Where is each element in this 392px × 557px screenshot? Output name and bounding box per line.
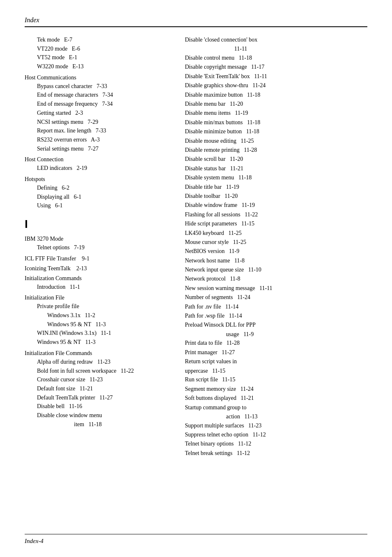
list-item: Disable graphics show-thru 11-24 [185, 81, 367, 90]
list-item-continued: action 11-13 [185, 412, 367, 421]
section-iconizing: Iconizing TeemTalk 2-13 [25, 265, 173, 272]
list-item: Soft buttons displayed 11-21 [185, 394, 367, 403]
list-item: Windows 95 & NT 11-3 [25, 320, 173, 329]
top-section: Tek mode E-7 VT220 mode E-6 VT52 mode E-… [25, 35, 173, 71]
list-item: Disable menu items 11-19 [185, 109, 367, 118]
page-header: Index [25, 16, 367, 27]
list-item: Telnet options 7-19 [25, 243, 173, 252]
section-title: Iconizing TeemTalk 2-13 [25, 265, 173, 272]
section-title: Host Communications [25, 74, 173, 81]
list-item: Disable 'Exit TeemTalk' box 11-11 [185, 72, 367, 81]
list-item-continued: uppercase 11-15 [185, 367, 367, 376]
list-item: Run script file 11-15 [185, 375, 367, 384]
section-host-connection: Host Connection LED indicators 2-19 [25, 156, 173, 173]
list-item: Disable menu bar 11-20 [185, 100, 367, 109]
list-item-continued: usage 11-9 [185, 330, 367, 339]
left-column: Tek mode E-7 VT220 mode E-6 VT52 mode E-… [25, 35, 173, 458]
list-item: Disable 'closed connection' box [185, 35, 367, 44]
list-item: Preload Winsock DLL for PPP [185, 320, 367, 330]
list-item: End of message characters 7-34 [25, 91, 173, 100]
letter-i-heading: I [25, 218, 173, 231]
section-title: Initialization Commands [25, 275, 173, 282]
section-ibm-3270: IBM 3270 Mode Telnet options 7-19 [25, 236, 173, 252]
list-item: Segment memory size 11-24 [185, 385, 367, 394]
list-item: Serial settings menu 7-27 [25, 144, 173, 153]
section-host-communications: Host Communications Bypass cancel charac… [25, 74, 173, 153]
list-item: Default font size 11-21 [25, 384, 173, 393]
header-title: Index [25, 16, 39, 23]
list-item: Introduction 11-1 [25, 283, 173, 292]
list-item: Disable copyright message 11-17 [185, 63, 367, 72]
section-title: Host Connection [25, 156, 173, 163]
list-item: VT220 mode E-6 [25, 44, 173, 53]
list-item: Disable minimize button 11-18 [185, 127, 367, 136]
list-item: Disable system menu 11-18 [185, 173, 367, 182]
list-item: Getting started 2-3 [25, 109, 173, 118]
list-item: Flashing for all sessions 11-22 [185, 210, 367, 219]
section-init-file-commands: Initialization File Commands Alpha off d… [25, 350, 173, 429]
footer-page-number: Index-4 [25, 538, 44, 544]
list-item: Disable bell 11-16 [25, 402, 173, 411]
list-item: Disable control menu 11-18 [185, 53, 367, 63]
list-item: Network host name 11-8 [185, 256, 367, 265]
list-item: NetBIOS version 11-9 [185, 247, 367, 256]
list-item: LED indicators 2-19 [25, 164, 173, 173]
list-item: NCSI settings menu 7-29 [25, 118, 173, 127]
list-item: Mouse cursor style 11-25 [185, 238, 367, 247]
list-item: RS232 overrun errors A-3 [25, 135, 173, 144]
section-icl-ftf: ICL FTF File Transfer 9-1 [25, 255, 173, 262]
list-item: Tek mode E-7 [25, 35, 173, 44]
list-item: WIN.INI (Windows 3.1x) 11-1 [25, 329, 173, 338]
list-item: Defining 6-2 [25, 183, 173, 193]
list-item: Number of segments 11-24 [185, 293, 367, 302]
list-item: Crosshair cursor size 11-23 [25, 375, 173, 384]
list-item: Using 6-1 [25, 201, 173, 210]
right-column: Disable 'closed connection' box 11-11 Di… [185, 35, 367, 458]
content-area: Tek mode E-7 VT220 mode E-6 VT52 mode E-… [25, 35, 367, 458]
section-title: Initialization File [25, 295, 173, 301]
list-item: New session warning message 11-11 [185, 284, 367, 293]
list-item: Hide script parameters 11-15 [185, 219, 367, 228]
list-item: Disable maximize button 11-18 [185, 91, 367, 100]
section-hotspots: Hotspots Defining 6-2 Displaying all 6-1… [25, 176, 173, 210]
list-item: Network protocol 11-8 [185, 274, 367, 283]
section-init-file: Initialization File Private profile file… [25, 295, 173, 346]
section-title: Hotspots [25, 176, 173, 183]
list-item: Displaying all 6-1 [25, 193, 173, 202]
list-item: Disable mouse editing 11-25 [185, 137, 367, 146]
list-item: Print manager 11-27 [185, 348, 367, 357]
list-item: End of message frequency 7-34 [25, 100, 173, 109]
list-item: W3220 mode E-13 [25, 62, 173, 71]
list-item-continued: item 11-18 [25, 420, 173, 429]
list-item: Telnet break settings 11-12 [185, 449, 367, 458]
section-title: Initialization File Commands [25, 350, 173, 357]
list-item: Print data to file 11-28 [185, 339, 367, 348]
list-item: Report max. line length 7-33 [25, 126, 173, 135]
list-item: Windows 95 & NT 11-3 [25, 338, 173, 347]
list-item: Support multiple surfaces 11-23 [185, 421, 367, 430]
list-item: Disable scroll bar 11-20 [185, 155, 367, 164]
list-item: Default TeemTalk printer 11-27 [25, 393, 173, 402]
list-item: Bold font in full screen workspace 11-22 [25, 367, 173, 376]
list-item-continued: 11-11 [185, 44, 367, 53]
list-item: Private profile file [25, 302, 173, 311]
list-item: Disable toolbar 11-20 [185, 192, 367, 201]
list-item: Disable window frame 11-19 [185, 201, 367, 210]
list-item: Disable title bar 11-19 [185, 183, 367, 192]
list-item: Disable status bar 11-21 [185, 164, 367, 173]
section-title: IBM 3270 Mode [25, 236, 173, 242]
list-item: Windows 3.1x 11-2 [25, 311, 173, 320]
section-init-commands: Initialization Commands Introduction 11-… [25, 275, 173, 292]
list-item: Return script values in [185, 357, 367, 366]
list-item: Bypass cancel character 7-33 [25, 82, 173, 91]
page: Index Tek mode E-7 VT220 mode E-6 VT52 m… [0, 0, 392, 557]
list-item: Suppress telnet echo option 11-12 [185, 430, 367, 439]
page-footer: Index-4 [25, 534, 367, 545]
list-item: Disable close window menu [25, 411, 173, 420]
list-item: Disable remote printing 11-28 [185, 146, 367, 155]
list-item: Network input queue size 11-10 [185, 265, 367, 274]
list-item: Startup command group to [185, 403, 367, 412]
list-item: Disable min/max buttons 11-18 [185, 118, 367, 127]
list-item: VT52 mode E-1 [25, 53, 173, 62]
section-title: ICL FTF File Transfer 9-1 [25, 255, 173, 262]
